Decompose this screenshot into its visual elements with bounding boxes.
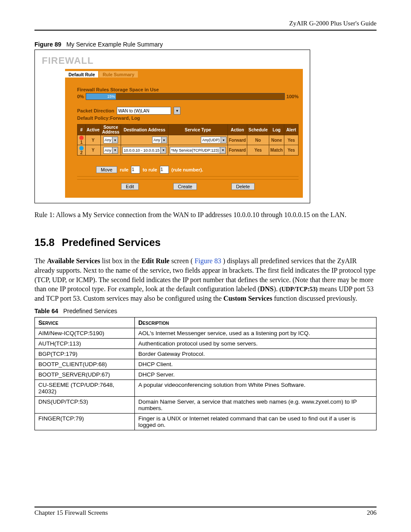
tab-row: Default Rule Rule Summary (65, 69, 303, 78)
move-rule-row: Move rule to rule (rule number). (96, 166, 299, 174)
col-svc: Service Type (168, 124, 227, 135)
move-rule-label: rule (120, 167, 128, 172)
status-dot-icon (79, 146, 84, 150)
col-service: Service (35, 317, 135, 328)
chevron-down-icon[interactable]: ▼ (220, 147, 225, 153)
col-alert: Alert (284, 124, 299, 135)
move-from-input[interactable] (131, 166, 140, 174)
storage-row: 0% 15% 100% (77, 93, 299, 100)
col-description: Description (135, 317, 377, 328)
row-sched: No (247, 135, 269, 145)
action-buttons: Edit Create Delete (77, 183, 299, 190)
firewall-panel: Default Rule Rule Summary Firewall Rules… (65, 69, 303, 198)
col-sched: Schedule (247, 124, 269, 135)
table-caption: Table 64 Predefined Services (34, 308, 377, 314)
table-row: BOOTP_CLIENT(UDP:68)DHCP Client. (35, 359, 377, 369)
row-dst[interactable]: 10.0.0.10 - 10.0.0.15▼ (121, 145, 168, 155)
divider (77, 179, 299, 180)
table-row: DNS(UDP/TCP:53)Domain Name Server, a ser… (35, 396, 377, 413)
chevron-down-icon[interactable]: ▼ (160, 147, 166, 153)
row-log: None (269, 135, 284, 145)
col-src: Source Address (101, 124, 121, 135)
row-log: Match (269, 145, 284, 155)
chevron-down-icon[interactable]: ▼ (112, 137, 118, 143)
section-number: 15.8 (34, 236, 55, 248)
col-dst: Destination Address (121, 124, 168, 135)
rules-header-row: # Active Source Address Destination Addr… (78, 124, 299, 135)
move-to-rule-label: to rule (143, 167, 157, 172)
predefined-services-table: Service Description AIM/New-ICQ(TCP:5190… (34, 317, 377, 430)
firewall-screenshot: FIREWALL Default Rule Rule Summary Firew… (34, 50, 310, 203)
row-action: Forward (228, 135, 247, 145)
running-header: ZyAIR G-2000 Plus User's Guide (34, 20, 377, 30)
row-src[interactable]: Any▼ (101, 145, 121, 155)
col-active: Active (86, 124, 101, 135)
row-active: Y (86, 145, 101, 155)
table-title: Predefined Services (63, 308, 117, 314)
pred-header-row: Service Description (35, 317, 377, 328)
page-footer: Chapter 15 Firewall Screens 206 (34, 507, 377, 516)
status-dot-icon (79, 136, 84, 140)
chevron-down-icon[interactable]: ▼ (112, 147, 118, 153)
storage-label: Firewall Rules Storage Space in Use (77, 87, 299, 92)
header-rule (34, 30, 377, 31)
row-src[interactable]: Any▼ (101, 135, 121, 145)
firewall-title: FIREWALL (42, 55, 303, 66)
row-sched: Yes (247, 145, 269, 155)
packet-direction-label: Packet Direction (77, 108, 114, 113)
default-policy: Default Policy:Forward, Log (77, 115, 299, 121)
figure-caption: Figure 89 My Service Example Rule Summar… (34, 41, 377, 48)
packet-direction-row: Packet Direction WAN to (W)LAN ▼ (77, 107, 299, 115)
row-svc[interactable]: Any(UDP)▼ (168, 135, 227, 145)
footer-page: 206 (367, 509, 377, 516)
rules-table: # Active Source Address Destination Addr… (77, 124, 299, 156)
move-to-input[interactable] (160, 166, 169, 174)
table-label: Table 64 (34, 308, 58, 314)
table-row: FINGER(TCP:79)Finger is a UNIX or Intern… (35, 413, 377, 430)
tab-rule-summary[interactable]: Rule Summary (99, 71, 138, 78)
pct-zero: 0% (77, 94, 84, 99)
table-row: BGP(TCP:179)Border Gateway Protocol. (35, 348, 377, 359)
row-num: 2 (78, 145, 86, 155)
predefined-services-paragraph: The Available Services list box in the E… (34, 256, 377, 303)
chevron-down-icon[interactable]: ▼ (174, 107, 181, 115)
section-title: Predefined Services (62, 236, 160, 248)
row-dst[interactable]: Any▼ (121, 135, 168, 145)
tab-default-rule[interactable]: Default Rule (65, 71, 98, 78)
packet-direction-select[interactable]: WAN to (W)LAN (117, 107, 171, 115)
pct-hundred: 100% (286, 94, 299, 99)
storage-bar: 15% (86, 93, 285, 100)
col-num: # (78, 124, 86, 135)
create-button[interactable]: Create (173, 183, 197, 190)
footer-rule (34, 507, 377, 507)
col-action: Action (228, 124, 247, 135)
edit-button[interactable]: Edit (121, 183, 139, 190)
chevron-down-icon[interactable]: ▼ (221, 137, 226, 143)
rule-description: Rule 1: Allows a My Service connection f… (34, 210, 377, 220)
row-active: Y (86, 135, 101, 145)
footer-chapter: Chapter 15 Firewall Screens (34, 509, 108, 516)
figure-title: My Service Example Rule Summary (66, 41, 163, 48)
move-button[interactable]: Move (96, 166, 117, 173)
section-heading: 15.8 Predefined Services (34, 236, 377, 249)
move-suffix: (rule number). (171, 167, 203, 172)
storage-bar-fill: 15% (86, 93, 116, 100)
table-row: BOOTP_SERVER(UDP:67)DHCP Server. (35, 369, 377, 380)
row-alert: Yes (284, 145, 299, 155)
divider (77, 176, 299, 177)
table-row: AUTH(TCP:113)Authentication protocol use… (35, 338, 377, 348)
table-row: CU-SEEME (TCP/UDP:7648, 24032)A popular … (35, 380, 377, 396)
figure-label: Figure 89 (34, 41, 61, 48)
row-num: 1 (78, 135, 86, 145)
col-log: Log (269, 124, 284, 135)
row-svc[interactable]: *My Service(TCP/UDP:123)▼ (168, 145, 227, 155)
row-action: Forward (228, 145, 247, 155)
row-alert: Yes (284, 135, 299, 145)
figure-83-link[interactable]: Figure 83 (195, 257, 221, 264)
table-row[interactable]: 1 Y Any▼ Any▼ Any(UDP)▼ Forward No None … (78, 135, 299, 145)
table-row: AIM/New-ICQ(TCP:5190)AOL's Internet Mess… (35, 328, 377, 338)
delete-button[interactable]: Delete (231, 183, 255, 190)
chevron-down-icon[interactable]: ▼ (161, 137, 167, 143)
table-row[interactable]: 2 Y Any▼ 10.0.0.10 - 10.0.0.15▼ *My Serv… (78, 145, 299, 155)
